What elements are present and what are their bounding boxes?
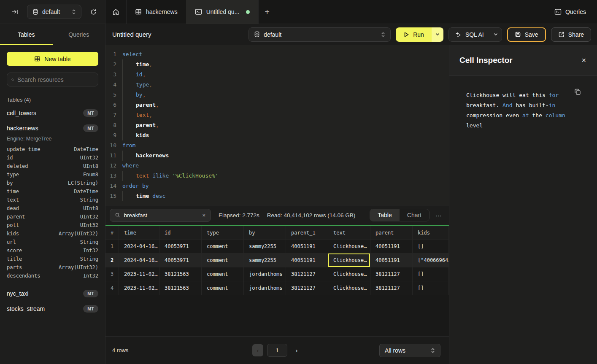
table-cell[interactable]: 38121563 bbox=[159, 267, 202, 281]
table-cell[interactable]: Clickhouse… bbox=[328, 281, 370, 295]
table-cell[interactable]: jordanthoms bbox=[244, 267, 286, 281]
table-cell[interactable]: sammy2255 bbox=[244, 253, 286, 267]
page-size-select[interactable]: All rows bbox=[379, 344, 440, 357]
table-cell[interactable]: 38121563 bbox=[159, 281, 202, 295]
table-cell[interactable]: jordanthoms bbox=[244, 281, 286, 295]
editor-line-10[interactable]: 10 from bbox=[105, 140, 449, 151]
line-number: 1 bbox=[105, 49, 122, 59]
editor-line-11[interactable]: 11 hackernews bbox=[105, 151, 449, 161]
run-options-button[interactable] bbox=[432, 27, 443, 42]
sql-ai-button[interactable]: SQL AI bbox=[449, 31, 490, 38]
table-cell[interactable]: comment bbox=[202, 267, 244, 281]
column-header-#[interactable]: # bbox=[105, 226, 119, 240]
query-database-selector[interactable]: default bbox=[249, 27, 391, 42]
sidebar-tab-tables[interactable]: Tables bbox=[0, 24, 53, 45]
editor-line-14[interactable]: 14 order by bbox=[105, 181, 449, 191]
editor-line-15[interactable]: 15 time desc bbox=[105, 191, 449, 201]
queries-link[interactable]: Queries bbox=[543, 0, 597, 24]
column-header-text[interactable]: text bbox=[328, 226, 370, 240]
table-cell[interactable]: Clickhouse… bbox=[328, 240, 370, 253]
editor-line-6[interactable]: 6 parent, bbox=[105, 100, 449, 110]
column-header-parent_1[interactable]: parent_1 bbox=[286, 226, 328, 240]
table-cell[interactable]: comment bbox=[202, 240, 244, 253]
editor-line-2[interactable]: 2 time, bbox=[105, 59, 449, 70]
editor-line-13[interactable]: 13 text ilike '%ClickHouse%' bbox=[105, 171, 449, 181]
editor-line-7[interactable]: 7 text, bbox=[105, 110, 449, 120]
column-header-by[interactable]: by bbox=[244, 226, 286, 240]
page-number-input[interactable] bbox=[267, 344, 287, 357]
sidebar-table-nyc_taxi[interactable]: nyc_taxi MT bbox=[7, 286, 98, 301]
sql-editor[interactable]: 1 select 2 time, 3 id, 4 type, 5 by, 6 p… bbox=[105, 45, 449, 205]
collapse-sidebar-button[interactable] bbox=[9, 6, 21, 18]
sidebar-table-stocks_stream[interactable]: stocks_stream MT bbox=[7, 301, 98, 316]
tab-untitled-query[interactable]: Untitled qu... bbox=[186, 0, 259, 24]
editor-line-12[interactable]: 12 where bbox=[105, 161, 449, 171]
run-button[interactable]: Run bbox=[396, 27, 432, 42]
view-toggle-table[interactable]: Table bbox=[370, 209, 399, 221]
home-icon bbox=[112, 8, 119, 16]
results-search-input[interactable] bbox=[124, 212, 198, 218]
editor-line-8[interactable]: 8 parent, bbox=[105, 120, 449, 130]
tab-hackernews[interactable]: hackernews bbox=[127, 0, 186, 24]
table-cell[interactable]: [] bbox=[413, 267, 449, 281]
column-header-parent[interactable]: parent bbox=[370, 226, 413, 240]
previous-page-button[interactable]: ‹ bbox=[252, 344, 263, 356]
database-selector[interactable]: default bbox=[27, 5, 81, 19]
chevron-up-down-icon bbox=[431, 348, 435, 353]
table-cell[interactable]: sammy2255 bbox=[244, 240, 286, 253]
close-inspector-button[interactable]: × bbox=[581, 56, 586, 65]
editor-line-1[interactable]: 1 select bbox=[105, 49, 449, 59]
table-cell[interactable]: [] bbox=[413, 240, 449, 253]
table-cell[interactable]: Clickhouse… bbox=[328, 267, 370, 281]
column-header-type[interactable]: type bbox=[202, 226, 244, 240]
table-cell[interactable]: 3 bbox=[105, 267, 119, 281]
next-page-button[interactable]: › bbox=[291, 344, 302, 356]
table-cell[interactable]: 2023-11-02… bbox=[119, 267, 159, 281]
tab-home[interactable] bbox=[105, 0, 127, 24]
table-cell[interactable]: 2 bbox=[105, 253, 119, 267]
sidebar-table-hackernews[interactable]: hackernews MT bbox=[7, 121, 98, 136]
copy-cell-button[interactable] bbox=[574, 89, 581, 95]
clear-search-icon[interactable]: × bbox=[202, 212, 205, 218]
table-cell[interactable]: comment bbox=[202, 253, 244, 267]
table-cell[interactable]: 2024-04-16… bbox=[119, 253, 159, 267]
view-toggle-chart[interactable]: Chart bbox=[400, 209, 429, 221]
table-cell[interactable]: 40053971 bbox=[159, 253, 202, 267]
table-cell[interactable]: 1 bbox=[105, 240, 119, 253]
table-cell[interactable]: comment bbox=[202, 281, 244, 295]
table-cell[interactable]: 40053971 bbox=[159, 240, 202, 253]
column-header-id[interactable]: id bbox=[159, 226, 202, 240]
editor-line-9[interactable]: 9 kids bbox=[105, 130, 449, 140]
new-table-button[interactable]: New table bbox=[7, 52, 98, 66]
engine-badge: MT bbox=[83, 290, 98, 297]
new-tab-button[interactable]: + bbox=[259, 0, 276, 24]
table-cell[interactable]: 38121127 bbox=[370, 281, 413, 295]
search-resources-input[interactable] bbox=[17, 76, 94, 83]
table-cell[interactable]: 40051191 bbox=[370, 240, 413, 253]
table-cell[interactable]: 4 bbox=[105, 281, 119, 295]
editor-line-4[interactable]: 4 type, bbox=[105, 80, 449, 90]
table-cell[interactable]: 40051191 bbox=[286, 240, 328, 253]
share-button[interactable]: Share bbox=[551, 27, 591, 42]
table-cell[interactable]: 40051191 bbox=[286, 253, 328, 267]
results-search: × bbox=[110, 209, 211, 222]
table-cell[interactable]: 38121127 bbox=[370, 267, 413, 281]
sidebar-table-cell_towers[interactable]: cell_towers MT bbox=[7, 105, 98, 121]
table-cell[interactable]: [] bbox=[413, 281, 449, 295]
table-cell[interactable]: 40051191 bbox=[370, 253, 413, 267]
editor-line-3[interactable]: 3 id, bbox=[105, 70, 449, 80]
table-cell[interactable]: 38121127 bbox=[286, 281, 328, 295]
save-button[interactable]: Save bbox=[507, 27, 546, 42]
table-cell[interactable]: 2023-11-02… bbox=[119, 281, 159, 295]
refresh-button[interactable] bbox=[87, 6, 99, 18]
sql-ai-options-button[interactable] bbox=[490, 28, 502, 41]
column-header-kids[interactable]: kids bbox=[413, 226, 449, 240]
editor-line-5[interactable]: 5 by, bbox=[105, 90, 449, 100]
column-header-time[interactable]: time bbox=[119, 226, 159, 240]
table-cell[interactable]: Clickhouse… bbox=[328, 253, 370, 267]
more-options-button[interactable]: … bbox=[435, 210, 444, 220]
sidebar-tab-queries[interactable]: Queries bbox=[53, 24, 105, 45]
table-cell[interactable]: 2024-04-16… bbox=[119, 240, 159, 253]
table-cell[interactable]: 38121127 bbox=[286, 267, 328, 281]
table-cell[interactable]: ["40066964… bbox=[413, 253, 449, 267]
